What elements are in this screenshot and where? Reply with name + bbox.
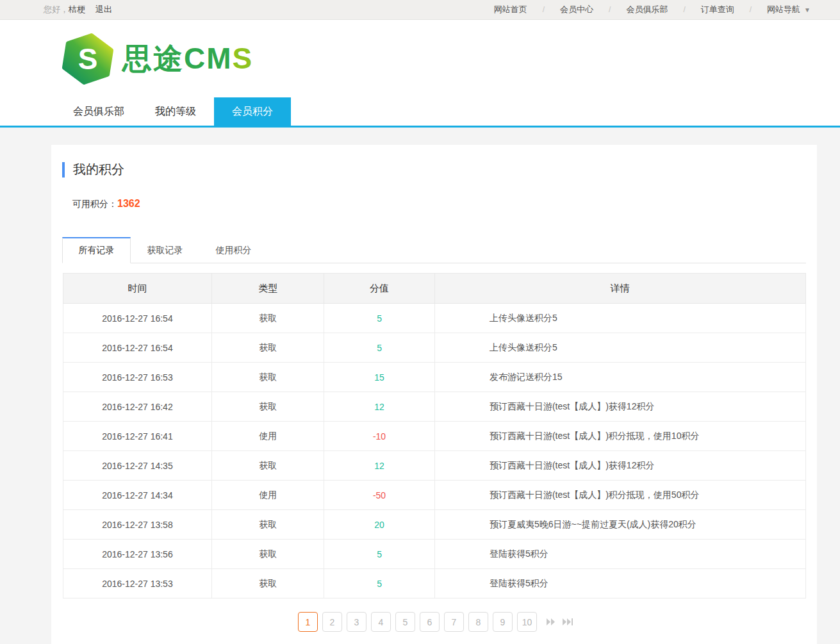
topbar-link-home[interactable]: 网站首页 <box>494 4 527 15</box>
logout-link[interactable]: 退出 <box>95 4 112 15</box>
logo-hexagon-icon: S <box>61 33 115 85</box>
topbar-links: 网站首页 / 会员中心 / 会员俱乐部 / 订单查询 / 网站导航 ▼ <box>494 4 811 15</box>
site-logo[interactable]: S 思途CMS <box>61 33 253 85</box>
tab-all-records[interactable]: 所有记录 <box>62 237 131 263</box>
topbar-link-order-query[interactable]: 订单查询 <box>701 4 734 15</box>
table-row: 2016-12-27 14:34 使用 -50 预订西藏十日游(test【成人】… <box>63 481 805 510</box>
cell-type: 获取 <box>212 363 324 392</box>
page-title: 我的积分 <box>73 161 124 178</box>
cell-detail: 预订西藏十日游(test【成人】)获得12积分 <box>434 451 805 481</box>
cell-detail: 预订西藏十日游(test【成人】)积分抵现，使用10积分 <box>434 422 805 451</box>
topbar-link-site-nav[interactable]: 网站导航 <box>767 4 800 15</box>
last-page-icon[interactable] <box>562 618 573 625</box>
logo-monogram: S <box>78 42 98 76</box>
cell-detail: 上传头像送积分5 <box>434 304 805 333</box>
cell-value: 5 <box>324 333 435 363</box>
col-header-detail: 详情 <box>434 274 805 304</box>
tab-use-points[interactable]: 使用积分 <box>199 237 268 263</box>
main-nav: 会员俱乐部 我的等级 会员积分 <box>60 97 291 126</box>
nav-tab-my-level[interactable]: 我的等级 <box>137 97 214 126</box>
cell-value: 12 <box>324 392 435 422</box>
cell-detail: 预订西藏十日游(test【成人】)获得12积分 <box>434 392 805 422</box>
page-button-2[interactable]: 2 <box>322 612 342 632</box>
cell-value: -50 <box>324 481 435 510</box>
col-header-value: 分值 <box>324 274 435 304</box>
cell-detail: 登陆获得5积分 <box>434 540 805 569</box>
points-table: 时间 类型 分值 详情 2016-12-27 16:54 获取 5 上传头像送积… <box>63 273 806 599</box>
table-header-row: 时间 类型 分值 详情 <box>63 274 805 304</box>
cell-time: 2016-12-27 13:53 <box>63 569 212 599</box>
page-title-row: 我的积分 <box>62 145 806 178</box>
cell-time: 2016-12-27 13:56 <box>63 540 212 569</box>
cell-detail: 登陆获得5积分 <box>434 569 805 599</box>
cell-type: 获取 <box>212 510 324 540</box>
topbar-link-member-center[interactable]: 会员中心 <box>560 4 593 15</box>
username-link[interactable]: 桔梗 <box>69 4 85 15</box>
page-button-10[interactable]: 10 <box>517 612 537 632</box>
next-pages-icon[interactable] <box>546 618 556 625</box>
table-row: 2016-12-27 13:58 获取 20 预订夏威夷5晚6日游~~提前过夏天… <box>63 510 805 540</box>
page-button-6[interactable]: 6 <box>420 612 440 632</box>
cell-time: 2016-12-27 14:34 <box>63 481 212 510</box>
chevron-down-icon: ▼ <box>804 6 811 13</box>
cell-detail: 发布游记送积分15 <box>434 363 805 392</box>
table-row: 2016-12-27 13:56 获取 5 登陆获得5积分 <box>63 540 805 569</box>
table-row: 2016-12-27 14:35 获取 12 预订西藏十日游(test【成人】)… <box>63 451 805 481</box>
page-button-5[interactable]: 5 <box>395 612 415 632</box>
cell-type: 获取 <box>212 333 324 363</box>
cell-value: -10 <box>324 422 435 451</box>
cell-time: 2016-12-27 16:54 <box>63 304 212 333</box>
page-button-8[interactable]: 8 <box>468 612 488 632</box>
pagination: 1 2 3 4 5 6 7 8 9 10 <box>62 612 806 632</box>
available-points-label: 可用积分： <box>72 199 117 209</box>
cell-type: 获取 <box>212 304 324 333</box>
cell-type: 使用 <box>212 481 324 510</box>
page-button-1[interactable]: 1 <box>298 612 318 632</box>
table-row: 2016-12-27 16:41 使用 -10 预订西藏十日游(test【成人】… <box>63 422 805 451</box>
separator: / <box>543 5 545 14</box>
topbar-link-member-club[interactable]: 会员俱乐部 <box>626 4 668 15</box>
tab-gain-records[interactable]: 获取记录 <box>131 237 199 263</box>
cell-value: 5 <box>324 540 435 569</box>
content-card: 我的积分 可用积分：1362 所有记录 获取记录 使用积分 时间 类型 分值 详… <box>51 145 817 644</box>
separator: / <box>683 5 685 14</box>
cell-time: 2016-12-27 16:54 <box>63 333 212 363</box>
title-accent-bar <box>62 162 65 178</box>
cell-detail: 上传头像送积分5 <box>434 333 805 363</box>
cell-type: 获取 <box>212 392 324 422</box>
cell-value: 15 <box>324 363 435 392</box>
table-row: 2016-12-27 16:53 获取 15 发布游记送积分15 <box>63 363 805 392</box>
nav-tab-member-club[interactable]: 会员俱乐部 <box>60 97 137 126</box>
cell-type: 获取 <box>212 540 324 569</box>
nav-tab-member-points[interactable]: 会员积分 <box>214 97 291 126</box>
table-row: 2016-12-27 16:42 获取 12 预订西藏十日游(test【成人】)… <box>63 392 805 422</box>
col-header-time: 时间 <box>63 274 212 304</box>
cell-value: 5 <box>324 304 435 333</box>
cell-value: 20 <box>324 510 435 540</box>
separator: / <box>609 5 611 14</box>
cell-time: 2016-12-27 16:53 <box>63 363 212 392</box>
cell-value: 5 <box>324 569 435 599</box>
record-tab-strip: 所有记录 获取记录 使用积分 <box>62 237 806 263</box>
cell-type: 获取 <box>212 569 324 599</box>
col-header-type: 类型 <box>212 274 324 304</box>
page-button-3[interactable]: 3 <box>347 612 366 632</box>
page-button-7[interactable]: 7 <box>444 612 464 632</box>
cell-time: 2016-12-27 13:58 <box>63 510 212 540</box>
table-row: 2016-12-27 16:54 获取 5 上传头像送积分5 <box>63 304 805 333</box>
logo-text: 思途CMS <box>122 39 253 79</box>
logo-text-accent: S <box>233 42 254 75</box>
logo-text-main: 思途CM <box>122 42 233 75</box>
cell-time: 2016-12-27 16:41 <box>63 422 212 451</box>
available-points-value: 1362 <box>117 198 140 209</box>
table-row: 2016-12-27 13:53 获取 5 登陆获得5积分 <box>63 569 805 599</box>
cell-detail: 预订夏威夷5晚6日游~~提前过夏天(成人)获得20积分 <box>434 510 805 540</box>
page-button-4[interactable]: 4 <box>371 612 391 632</box>
cell-time: 2016-12-27 14:35 <box>63 451 212 481</box>
available-points: 可用积分：1362 <box>72 198 806 210</box>
page-button-9[interactable]: 9 <box>493 612 513 632</box>
site-header: S 思途CMS 会员俱乐部 我的等级 会员积分 <box>0 20 840 128</box>
cell-time: 2016-12-27 16:42 <box>63 392 212 422</box>
cell-type: 获取 <box>212 451 324 481</box>
topbar-greeting: 您好， 桔梗 退出 <box>44 4 112 15</box>
